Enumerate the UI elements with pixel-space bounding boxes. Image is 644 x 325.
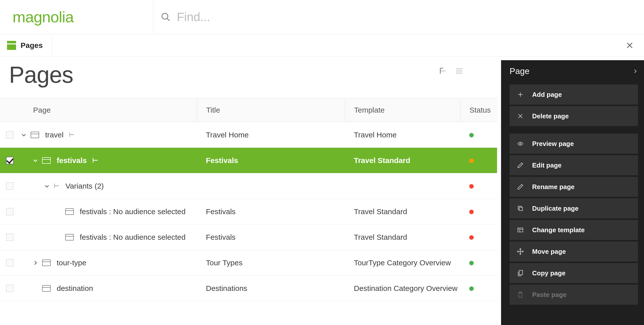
tree-view-icon[interactable] xyxy=(439,67,447,75)
row-checkbox[interactable] xyxy=(6,259,14,267)
row-template: Travel Standard xyxy=(345,207,460,216)
chevron-right-icon[interactable] xyxy=(32,260,39,266)
pencil-icon xyxy=(516,162,525,169)
template-icon xyxy=(516,227,525,233)
page-icon xyxy=(65,234,74,240)
row-title: Travel Home xyxy=(197,131,345,139)
action-copy-page[interactable]: Copy page xyxy=(510,263,638,283)
column-header-title[interactable]: Title xyxy=(197,98,345,122)
action-preview-page[interactable]: Preview page xyxy=(510,134,638,154)
svg-point-0 xyxy=(162,13,168,19)
row-template: Travel Standard xyxy=(345,156,460,165)
page-icon xyxy=(31,132,39,138)
column-header-status[interactable]: Status xyxy=(460,98,497,122)
page-icon xyxy=(42,260,51,266)
table-row[interactable]: festivals : No audience selectedFestival… xyxy=(0,224,497,250)
row-name: destination xyxy=(57,284,93,293)
row-name: tour-type xyxy=(57,259,86,267)
action-label: Paste page xyxy=(532,291,567,299)
list-view-icon[interactable] xyxy=(455,67,463,75)
row-title: Festivals xyxy=(197,156,345,165)
duplicate-icon xyxy=(516,205,525,212)
action-duplicate-page[interactable]: Duplicate page xyxy=(510,198,638,218)
row-template: Travel Standard xyxy=(345,233,460,241)
tab-pages[interactable]: Pages xyxy=(0,34,52,56)
page-table: Page Title Template Status travel⊢Travel… xyxy=(0,98,497,301)
search-bar[interactable] xyxy=(153,0,644,34)
action-move-page[interactable]: Move page xyxy=(510,241,638,262)
paste-icon xyxy=(516,291,525,298)
action-label: Change template xyxy=(532,226,585,234)
actions-panel-header[interactable]: Page xyxy=(510,66,638,76)
tree-node-icon: ⊢ xyxy=(54,182,59,190)
svg-point-14 xyxy=(520,143,521,144)
action-delete-page[interactable]: Delete page xyxy=(510,106,638,126)
chevron-down-icon[interactable] xyxy=(44,183,50,189)
column-header-template[interactable]: Template xyxy=(345,98,460,122)
table-header-row: Page Title Template Status xyxy=(0,98,497,122)
page-icon xyxy=(42,285,51,292)
row-title: Festivals xyxy=(197,233,345,241)
row-title: Festivals xyxy=(197,207,345,216)
x-icon xyxy=(516,113,525,119)
page-icon xyxy=(42,157,51,164)
row-status xyxy=(460,131,497,139)
action-rename-page[interactable]: Rename page xyxy=(510,177,638,197)
chevron-down-icon[interactable] xyxy=(21,132,27,138)
status-indicator-icon xyxy=(469,286,474,291)
row-template: Destination Category Overview xyxy=(345,284,460,293)
row-checkbox[interactable] xyxy=(6,208,14,215)
svg-rect-16 xyxy=(518,228,523,232)
tab-bar: Pages xyxy=(0,34,644,57)
row-checkbox[interactable] xyxy=(6,182,14,190)
row-status xyxy=(460,259,497,267)
chevron-right-icon xyxy=(632,68,638,74)
row-template: Travel Home xyxy=(345,131,460,139)
table-row[interactable]: travel⊢Travel HomeTravel Home xyxy=(0,122,497,148)
table-row[interactable]: destinationDestinationsDestination Categ… xyxy=(0,276,497,301)
row-status xyxy=(460,182,497,190)
action-label: Add page xyxy=(532,91,562,99)
table-row[interactable]: ⊢Variants (2) xyxy=(0,173,497,199)
pencil-icon xyxy=(516,184,525,190)
row-checkbox[interactable] xyxy=(6,233,14,241)
row-status xyxy=(460,207,497,216)
tree-branch-icon: ⊢ xyxy=(69,131,75,139)
table-row[interactable]: festivals⊢FestivalsTravel Standard xyxy=(0,148,497,173)
action-label: Duplicate page xyxy=(532,205,579,212)
chevron-down-icon[interactable] xyxy=(32,157,39,164)
row-name: festivals xyxy=(57,156,87,165)
action-label: Rename page xyxy=(532,183,575,191)
row-name: festivals : No audience selected xyxy=(80,207,186,216)
action-add-page[interactable]: Add page xyxy=(510,85,638,105)
row-checkbox[interactable] xyxy=(6,285,14,292)
action-label: Preview page xyxy=(532,140,574,148)
action-change-template[interactable]: Change template xyxy=(510,220,638,240)
status-indicator-icon xyxy=(469,235,474,240)
search-input[interactable] xyxy=(177,10,377,24)
plus-icon xyxy=(516,91,525,98)
svg-rect-15 xyxy=(519,207,523,211)
eye-icon xyxy=(516,141,525,146)
pages-app-icon xyxy=(7,41,16,50)
table-row[interactable]: tour-typeTour TypesTourType Category Ove… xyxy=(0,250,497,276)
action-paste-page: Paste page xyxy=(510,285,638,305)
status-indicator-icon xyxy=(469,133,474,137)
row-template: TourType Category Overview xyxy=(345,259,460,267)
row-checkbox[interactable] xyxy=(6,131,14,139)
action-label: Delete page xyxy=(532,112,569,120)
action-group: Preview pageEdit pageRename pageDuplicat… xyxy=(510,134,638,305)
action-group: Add pageDelete page xyxy=(510,85,638,126)
brand-logo[interactable]: magnolia xyxy=(0,8,153,26)
tree-branch-icon: ⊢ xyxy=(92,156,98,164)
row-name: festivals : No audience selected xyxy=(80,233,186,241)
page-icon xyxy=(65,208,74,215)
row-title: Tour Types xyxy=(197,259,345,267)
row-checkbox[interactable] xyxy=(6,157,14,164)
table-row[interactable]: festivals : No audience selectedFestival… xyxy=(0,199,497,224)
action-label: Copy page xyxy=(532,269,566,277)
column-header-page[interactable]: Page xyxy=(0,106,197,114)
close-tab-button[interactable] xyxy=(625,41,634,50)
status-indicator-icon xyxy=(469,184,474,189)
action-edit-page[interactable]: Edit page xyxy=(510,155,638,175)
